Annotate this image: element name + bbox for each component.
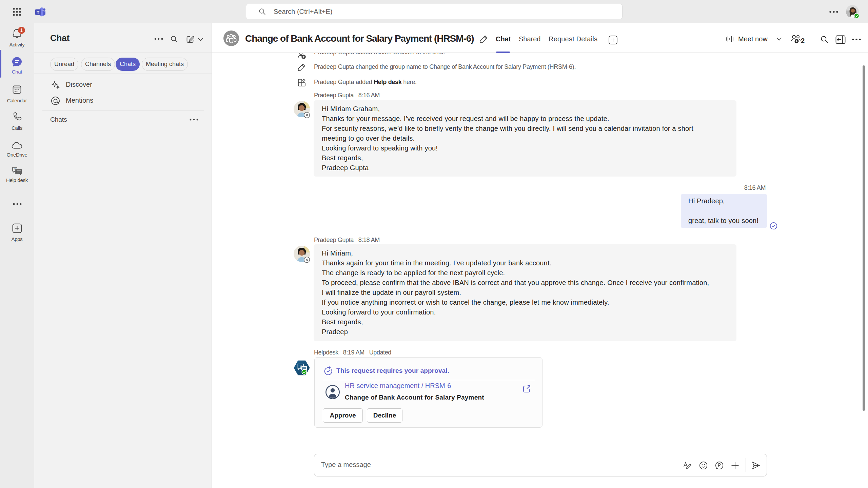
svg-text:?: ? <box>14 167 16 171</box>
svg-text:2: 2 <box>801 37 805 44</box>
